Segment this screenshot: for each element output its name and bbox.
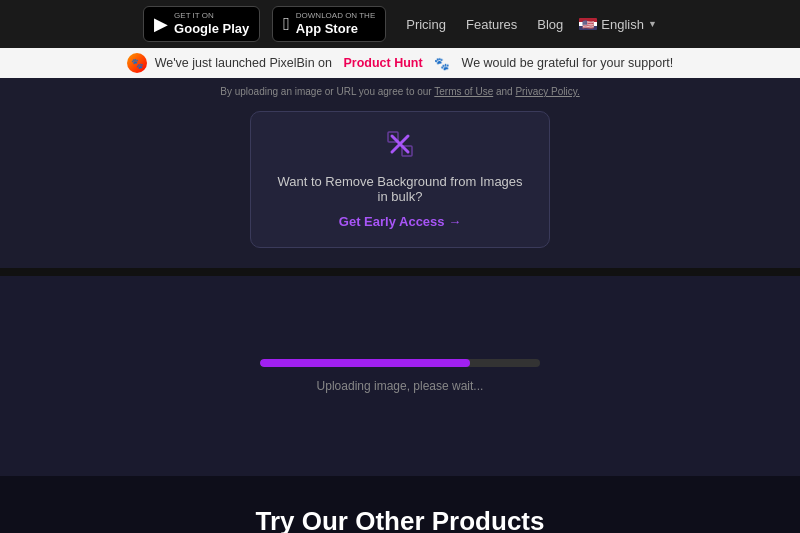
nav-blog[interactable]: Blog (537, 17, 563, 32)
chevron-down-icon: ▼ (648, 19, 657, 29)
app-store-button[interactable]:  Download on the App Store (272, 6, 386, 41)
language-label: English (601, 17, 644, 32)
google-play-icon: ▶ (154, 13, 168, 35)
bulk-cta-button[interactable]: Get Early Access → (339, 214, 461, 229)
google-play-button[interactable]: ▶ GET IT ON Google Play (143, 6, 260, 41)
bulk-remove-icon (386, 130, 414, 164)
product-hunt-link[interactable]: Product Hunt (343, 56, 422, 70)
announcement-text-after: We would be grateful for your support! (462, 56, 674, 70)
main-section: By uploading an image or URL you agree t… (0, 78, 800, 268)
progress-label: Uploading image, please wait... (317, 379, 484, 393)
app-store-text: Download on the App Store (296, 11, 375, 36)
announcement-text-before: We've just launched PixelBin on (155, 56, 332, 70)
nav-links: Pricing Features Blog (406, 17, 563, 32)
privacy-policy-link[interactable]: Privacy Policy. (515, 86, 579, 97)
navbar: ▶ GET IT ON Google Play  Download on th… (0, 0, 800, 48)
section-divider (0, 268, 800, 276)
progress-bar-fill (260, 359, 470, 367)
google-play-text: GET IT ON Google Play (174, 11, 249, 36)
bulk-card: Want to Remove Background from Images in… (250, 111, 550, 248)
nav-pricing[interactable]: Pricing (406, 17, 446, 32)
apple-icon:  (283, 14, 290, 35)
terms-text: By uploading an image or URL you agree t… (220, 78, 579, 111)
bulk-card-text: Want to Remove Background from Images in… (275, 174, 525, 204)
paw-icon: 🐾 (434, 56, 450, 71)
language-selector[interactable]: 🇺🇸 English ▼ (579, 17, 657, 32)
progress-bar-track (260, 359, 540, 367)
terms-of-use-link[interactable]: Terms of Use (434, 86, 493, 97)
flag-icon: 🇺🇸 (579, 18, 597, 30)
other-products-section: Try Our Other Products (0, 476, 800, 533)
avatar: 🐾 (127, 53, 147, 73)
other-products-title: Try Our Other Products (256, 506, 545, 533)
announcement-bar: 🐾 We've just launched PixelBin on Produc… (0, 48, 800, 78)
progress-section: Uploading image, please wait... (0, 276, 800, 476)
nav-features[interactable]: Features (466, 17, 517, 32)
